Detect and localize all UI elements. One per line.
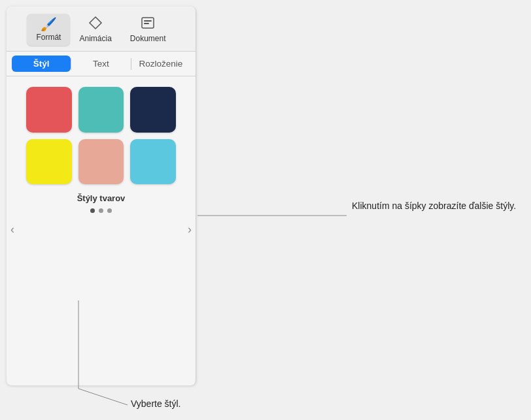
style-swatch-3[interactable] <box>130 87 176 133</box>
pagination-dots <box>90 208 112 213</box>
panel-content: ‹ › Štýly tvarov <box>7 76 196 385</box>
tab-style[interactable]: Štýl <box>12 56 71 72</box>
bottom-annotation-text: Vyberte štýl. <box>131 398 181 409</box>
dot-2 <box>99 208 103 213</box>
dot-1 <box>90 208 95 213</box>
format-panel: 🖌️ Formát Animácia <box>7 7 196 385</box>
style-swatch-2[interactable] <box>78 87 124 133</box>
document-label: Dokument <box>130 34 166 43</box>
bottom-annotation: Vyberte štýl. <box>131 397 181 410</box>
right-annotation: Kliknutím na šípky zobrazíte ďalšie štýl… <box>352 199 522 212</box>
style-swatch-5[interactable] <box>78 139 124 185</box>
animation-label: Animácia <box>79 34 111 43</box>
dot-3 <box>107 208 112 213</box>
animation-button[interactable]: Animácia <box>70 12 120 47</box>
document-button[interactable]: Dokument <box>121 12 175 47</box>
format-label: Formát <box>36 33 61 42</box>
svg-rect-1 <box>144 20 152 22</box>
section-label: Štýly tvarov <box>77 193 126 203</box>
svg-line-5 <box>78 389 128 405</box>
document-icon <box>141 16 155 32</box>
tab-layout[interactable]: Rozloženie <box>131 56 190 72</box>
prev-arrow[interactable]: ‹ <box>8 219 17 238</box>
style-swatch-4[interactable] <box>26 139 72 185</box>
style-swatch-6[interactable] <box>130 139 176 185</box>
format-icon: 🖌️ <box>41 18 57 31</box>
tab-bar: Štýl Text Rozloženie <box>7 52 196 76</box>
next-arrow[interactable]: › <box>185 219 194 238</box>
right-annotation-text: Kliknutím na šípky zobrazíte ďalšie štýl… <box>352 201 516 211</box>
animation-icon <box>88 16 103 32</box>
styles-grid <box>13 87 189 184</box>
style-swatch-1[interactable] <box>26 87 72 133</box>
toolbar: 🖌️ Formát Animácia <box>7 7 196 52</box>
svg-rect-2 <box>144 23 149 24</box>
tab-text[interactable]: Text <box>71 56 130 72</box>
format-button[interactable]: 🖌️ Formát <box>27 14 70 46</box>
